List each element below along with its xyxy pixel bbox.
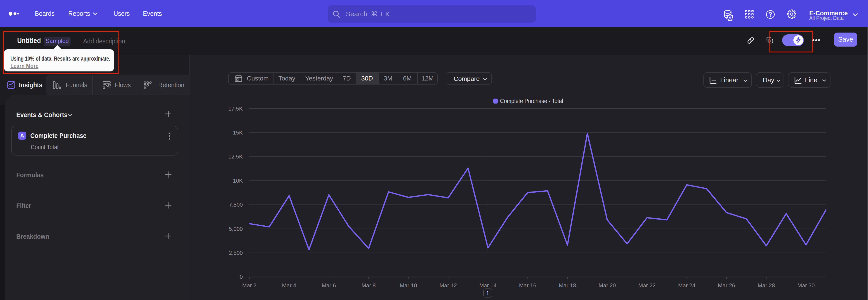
svg-text:Mar 16: Mar 16	[519, 282, 536, 289]
svg-text:Mar 18: Mar 18	[559, 282, 576, 289]
svg-text:17.5K: 17.5K	[228, 106, 243, 112]
svg-text:0: 0	[240, 274, 243, 280]
svg-text:Mar 24: Mar 24	[678, 282, 695, 289]
svg-text:Mar 22: Mar 22	[638, 282, 656, 289]
svg-text:2,500: 2,500	[229, 250, 243, 256]
svg-text:Mar 10: Mar 10	[400, 282, 417, 289]
svg-text:Mar 28: Mar 28	[758, 282, 775, 289]
svg-text:Mar 2: Mar 2	[242, 282, 256, 289]
svg-text:Mar 8: Mar 8	[362, 282, 376, 289]
svg-text:Mar 30: Mar 30	[798, 282, 815, 289]
svg-text:Mar 26: Mar 26	[718, 282, 735, 289]
svg-text:12.5K: 12.5K	[228, 153, 243, 160]
svg-text:Mar 4: Mar 4	[282, 282, 296, 289]
svg-text:Mar 14: Mar 14	[479, 282, 497, 289]
svg-text:10K: 10K	[233, 178, 243, 184]
svg-text:15K: 15K	[233, 129, 243, 136]
svg-text:Mar 12: Mar 12	[439, 282, 457, 289]
svg-text:Mar 6: Mar 6	[322, 282, 336, 289]
svg-text:5,000: 5,000	[229, 226, 243, 232]
svg-text:7,500: 7,500	[229, 202, 243, 208]
svg-text:Mar 20: Mar 20	[598, 282, 616, 289]
